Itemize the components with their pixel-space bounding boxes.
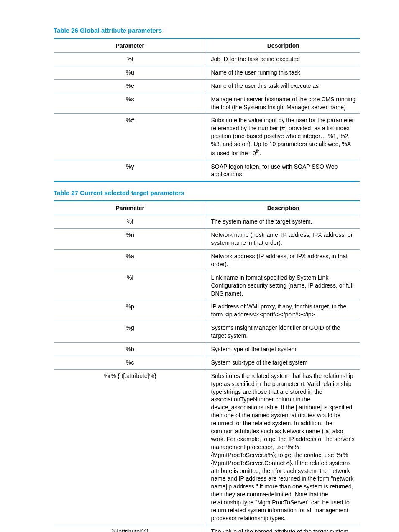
table-row: %bSystem type of the target system. xyxy=(54,343,360,356)
table-row: %gSystems Insight Manager identifier or … xyxy=(54,321,360,343)
parameter-cell: %t xyxy=(54,53,207,66)
table-row: %r% {rt[.attribute]%}Substitutes the rel… xyxy=(54,369,360,525)
table-27-body: %fThe system name of the target system.%… xyxy=(54,215,360,532)
parameter-cell: %c xyxy=(54,356,207,369)
table-row: %lLink name in format specified by Syste… xyxy=(54,271,360,300)
description-cell: The value of the named attribute of the … xyxy=(207,525,360,532)
description-cell: System type of the target system. xyxy=(207,343,360,356)
description-cell: Job ID for the task being executed xyxy=(207,53,360,66)
parameter-cell: %l xyxy=(54,271,207,300)
col-description: Description xyxy=(207,201,360,215)
description-cell: Substitute the value input by the user f… xyxy=(207,114,360,160)
table-row: %sManagement server hostname of the core… xyxy=(54,93,360,114)
parameter-cell: %y xyxy=(54,160,207,181)
description-cell: Network name (hostname, IP address, IPX … xyxy=(207,229,360,250)
table-row: %cSystem sub-type of the target system xyxy=(54,356,360,369)
parameter-cell: %r% {rt[.attribute]%} xyxy=(54,369,207,525)
table-row: %tJob ID for the task being executed xyxy=(54,53,360,66)
parameter-cell: %a xyxy=(54,250,207,271)
description-cell: IP address of WMI proxy, if any, for thi… xyxy=(207,300,360,321)
table-header-row: Parameter Description xyxy=(54,39,360,53)
parameter-cell: %f xyxy=(54,215,207,229)
table-27: Parameter Description %fThe system name … xyxy=(54,200,360,532)
table-row: %fThe system name of the target system. xyxy=(54,215,360,229)
table-row: %#Substitute the value input by the user… xyxy=(54,114,360,160)
description-cell: Management server hostname of the core C… xyxy=(207,93,360,114)
table-26-body: %tJob ID for the task being executed%uNa… xyxy=(54,53,360,182)
table-row: %ySOAP logon token, for use with SOAP SS… xyxy=(54,160,360,181)
parameter-cell: %# xyxy=(54,114,207,160)
table-row: %uName of the user running this task xyxy=(54,66,360,79)
table-header-row: Parameter Description xyxy=(54,201,360,215)
col-parameter: Parameter xyxy=(54,39,207,53)
parameter-cell: %b xyxy=(54,343,207,356)
description-cell: Name of the user running this task xyxy=(207,66,360,79)
description-cell: SOAP logon token, for use with SOAP SSO … xyxy=(207,160,360,181)
description-cell: Substitutes the related system that has … xyxy=(207,369,360,525)
parameter-cell: %{attribute]%} xyxy=(54,525,207,532)
description-cell: System sub-type of the target system xyxy=(207,356,360,369)
col-description: Description xyxy=(207,39,360,53)
table-27-caption: Table 27 Current selected target paramet… xyxy=(54,189,360,196)
table-row: %pIP address of WMI proxy, if any, for t… xyxy=(54,300,360,321)
parameter-cell: %n xyxy=(54,229,207,250)
parameter-cell: %s xyxy=(54,93,207,114)
description-cell: Network address (IP address, or IPX addr… xyxy=(207,250,360,271)
description-cell: The system name of the target system. xyxy=(207,215,360,229)
table-26: Parameter Description %tJob ID for the t… xyxy=(54,38,360,182)
col-parameter: Parameter xyxy=(54,201,207,215)
parameter-cell: %g xyxy=(54,321,207,343)
parameter-cell: %p xyxy=(54,300,207,321)
parameter-cell: %e xyxy=(54,79,207,93)
table-26-caption: Table 26 Global attribute parameters xyxy=(54,27,360,34)
description-cell: Name of the user this task will execute … xyxy=(207,79,360,93)
description-cell: Link name in format specified by System … xyxy=(207,271,360,300)
parameter-cell: %u xyxy=(54,66,207,79)
table-row: %nNetwork name (hostname, IP address, IP… xyxy=(54,229,360,250)
table-row: %eName of the user this task will execut… xyxy=(54,79,360,93)
table-row: %{attribute]%}The value of the named att… xyxy=(54,525,360,532)
table-row: %aNetwork address (IP address, or IPX ad… xyxy=(54,250,360,271)
description-cell: Systems Insight Manager identifier or GU… xyxy=(207,321,360,343)
